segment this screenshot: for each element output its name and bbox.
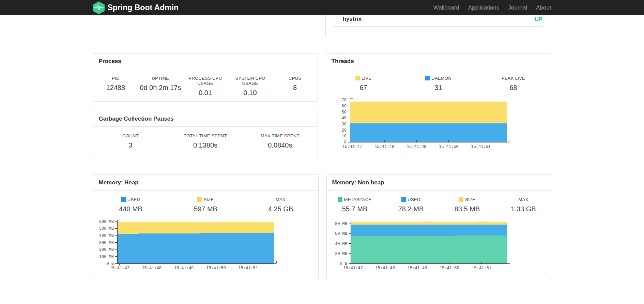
legend-swatch-daemon: [425, 76, 430, 80]
svg-text:15:41:51: 15:41:51: [472, 266, 491, 271]
metric-value: 440 MB: [93, 205, 168, 213]
metric-value: 4.25 GB: [243, 205, 318, 213]
memory-heap-chart: 0 B100 MB200 MB300 MB400 MB500 MB600 MB1…: [93, 214, 318, 271]
memory-nonheap-card-title: Memory: Non heap: [327, 175, 552, 191]
metric-label: SYSTEM CPU USAGE: [228, 76, 273, 86]
metric-label: MAX: [243, 197, 318, 202]
main-content: hystrix UP Process PID12488UPTIME0d 0h 2…: [93, 15, 551, 280]
metric-value: 0d 0h 2m 17s: [138, 84, 183, 92]
metric-pid: PID12488: [93, 76, 138, 97]
metric-label: COUNT: [93, 133, 168, 138]
svg-text:15:41:49: 15:41:49: [407, 266, 427, 271]
svg-text:15:41:50: 15:41:50: [439, 145, 458, 149]
metric-value: 67: [326, 84, 401, 92]
metric-label: MAX: [495, 197, 552, 202]
nav-link-journal[interactable]: Journal: [504, 4, 532, 11]
navbar: Spring Boot Admin WallboardApplicationsJ…: [0, 0, 644, 15]
metric-value: 0.10: [228, 89, 273, 97]
memory-heap-legend: USED440 MBSIZE597 MBMAX4.25 GB: [93, 197, 318, 213]
metric-label: PEAK LIVE: [476, 76, 551, 81]
metric-cpus: CPUS8: [273, 76, 318, 97]
process-card-title: Process: [93, 54, 318, 69]
svg-text:300 MB: 300 MB: [99, 241, 113, 245]
metric-metaspace: METASPACE55.7 MB: [327, 197, 383, 213]
nav-link-about[interactable]: About: [532, 4, 551, 11]
metric-live: LIVE67: [326, 76, 401, 92]
metric-system-cpu-usage: SYSTEM CPU USAGE0.10: [228, 76, 273, 97]
metric-value: 55.7 MB: [327, 205, 383, 213]
metric-label: MAX TIME SPENT: [243, 133, 317, 138]
svg-text:15:41:51: 15:41:51: [471, 145, 491, 149]
metric-label: UPTIME: [138, 76, 183, 81]
svg-text:10: 10: [341, 134, 346, 139]
memory-nonheap-chart-svg: 0 B20 MB40 MB60 MB80 MB15:41:4715:41:481…: [327, 214, 552, 271]
metric-used: USED440 MB: [93, 197, 168, 213]
memory-nonheap-chart: 0 B20 MB40 MB60 MB80 MB15:41:4715:41:481…: [327, 214, 552, 271]
svg-text:15:41:47: 15:41:47: [110, 266, 129, 271]
svg-text:200 MB: 200 MB: [99, 247, 113, 252]
legend-swatch-used: [121, 197, 126, 202]
svg-text:15:41:48: 15:41:48: [142, 266, 162, 271]
metric-value: 78.2 MB: [383, 205, 439, 213]
metric-value: 3: [93, 141, 168, 149]
gc-card-title: Garbage Collection Pauses: [93, 111, 318, 127]
svg-text:15:41:47: 15:41:47: [343, 266, 363, 271]
metric-value: 12488: [93, 84, 138, 92]
memory-heap-card: Memory: Heap USED440 MBSIZE597 MBMAX4.25…: [93, 174, 319, 280]
metric-used: USED78.2 MB: [383, 197, 439, 213]
svg-text:60: 60: [341, 104, 346, 109]
svg-text:0 B: 0 B: [340, 261, 347, 266]
metric-process-cpu-usage: PROCESS CPU USAGE0.01: [183, 76, 228, 97]
svg-text:20: 20: [341, 128, 346, 133]
svg-text:100 MB: 100 MB: [99, 255, 113, 259]
svg-text:80 MB: 80 MB: [335, 222, 347, 226]
metric-value: 1.33 GB: [495, 205, 552, 213]
legend-swatch-size: [459, 197, 463, 202]
nav-link-wallboard[interactable]: Wallboard: [429, 4, 464, 11]
nav-link-applications[interactable]: Applications: [464, 4, 504, 11]
metric-value: 31: [401, 84, 476, 92]
svg-text:50: 50: [341, 110, 346, 115]
svg-text:40: 40: [341, 116, 346, 121]
metric-label: PROCESS CPU USAGE: [183, 76, 228, 86]
svg-text:15:41:50: 15:41:50: [206, 266, 226, 271]
memory-nonheap-legend: METASPACE55.7 MBUSED78.2 MBSIZE83.5 MBMA…: [327, 197, 552, 213]
metric-label: USED: [93, 197, 168, 202]
metric-label: USED: [383, 197, 439, 202]
threads-card: Threads LIVE67DAEMON31PEAK LIVE68 010203…: [326, 53, 551, 158]
svg-text:15:41:51: 15:41:51: [238, 266, 258, 271]
metric-label: DAEMON: [401, 76, 476, 81]
metric-max-time-spent: MAX TIME SPENT0.0840s: [243, 133, 317, 149]
brand[interactable]: Spring Boot Admin: [93, 1, 179, 14]
metric-value: 0.01: [183, 89, 228, 97]
metric-value: 597 MB: [168, 205, 243, 213]
threads-chart: 01020304050607015:41:4715:41:4815:41:491…: [326, 92, 551, 150]
metric-value: 8: [273, 84, 318, 92]
metric-total-time-spent: TOTAL TIME SPENT0.1380s: [168, 133, 243, 149]
metric-value: 0.1380s: [168, 141, 243, 149]
svg-text:15:41:50: 15:41:50: [439, 266, 459, 271]
process-card: Process PID12488UPTIME0d 0h 2m 17sPROCES…: [93, 53, 318, 102]
metric-uptime: UPTIME0d 0h 2m 17s: [138, 76, 183, 97]
gc-metrics: COUNT3TOTAL TIME SPENT0.1380sMAX TIME SP…: [93, 133, 318, 149]
metric-value: 0.0840s: [243, 141, 317, 149]
svg-text:60 MB: 60 MB: [335, 231, 347, 236]
application-name: hystrix: [343, 16, 362, 22]
metric-label: PID: [93, 76, 138, 81]
metric-label: LIVE: [326, 76, 401, 81]
svg-text:400 MB: 400 MB: [99, 233, 113, 238]
metric-size: SIZE83.5 MB: [439, 197, 495, 213]
svg-text:70: 70: [341, 98, 346, 103]
nav-links: WallboardApplicationsJournalAbout: [429, 4, 551, 11]
svg-text:15:41:49: 15:41:49: [407, 145, 426, 149]
metric-max: MAX4.25 GB: [243, 197, 318, 213]
metric-label: CPUS: [273, 76, 318, 81]
spring-boot-admin-logo-icon: [93, 1, 105, 14]
metric-daemon: DAEMON31: [401, 76, 476, 92]
metric-label: SIZE: [168, 197, 243, 202]
nav-item: Wallboard: [429, 4, 464, 11]
metric-label: METASPACE: [327, 197, 383, 202]
process-metrics: PID12488UPTIME0d 0h 2m 17sPROCESS CPU US…: [93, 76, 318, 97]
threads-card-title: Threads: [326, 54, 551, 69]
svg-text:30: 30: [341, 122, 346, 127]
